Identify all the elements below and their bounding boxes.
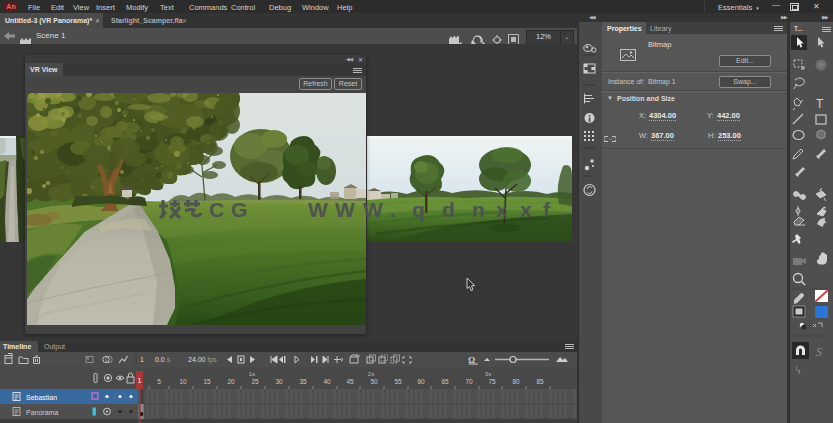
svg-text:75: 75 <box>488 378 496 385</box>
svg-text:0.0 s: 0.0 s <box>155 356 171 363</box>
svg-text:45: 45 <box>346 378 354 385</box>
svg-text:25: 25 <box>251 378 259 385</box>
svg-text:80: 80 <box>512 378 520 385</box>
svg-text:S: S <box>816 345 822 359</box>
svg-text:70: 70 <box>465 378 473 385</box>
svg-text:5: 5 <box>157 378 161 385</box>
svg-text:1s: 1s <box>249 371 255 377</box>
svg-text:T: T <box>816 97 824 111</box>
svg-text:35: 35 <box>299 378 307 385</box>
svg-text:1: 1 <box>138 377 142 384</box>
svg-text:Sebastian: Sebastian <box>26 394 57 401</box>
svg-text:55: 55 <box>394 378 402 385</box>
svg-text:40: 40 <box>323 378 331 385</box>
svg-text:24.00 fps: 24.00 fps <box>188 356 217 364</box>
svg-text:65: 65 <box>441 378 449 385</box>
svg-text:1: 1 <box>140 356 144 363</box>
svg-text:50: 50 <box>370 378 378 385</box>
svg-text:60: 60 <box>417 378 425 385</box>
svg-text:30: 30 <box>275 378 283 385</box>
svg-text:15: 15 <box>203 378 211 385</box>
svg-text:85: 85 <box>536 378 544 385</box>
svg-text:10: 10 <box>179 378 187 385</box>
svg-text:3s: 3s <box>485 371 491 377</box>
svg-text:Panorama: Panorama <box>26 409 58 416</box>
svg-text:2s: 2s <box>368 371 374 377</box>
svg-text:20: 20 <box>227 378 235 385</box>
